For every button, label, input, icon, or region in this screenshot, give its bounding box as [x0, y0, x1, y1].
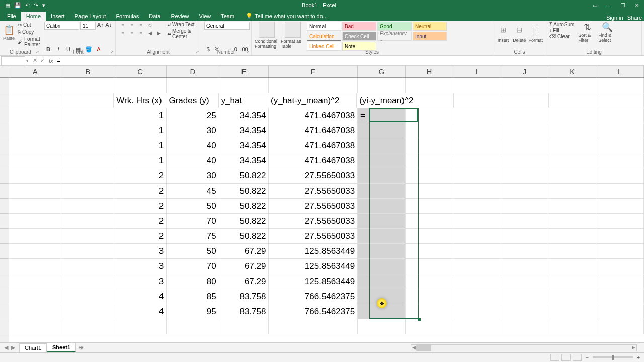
clear-button[interactable]: ⌫ Clear: [549, 34, 574, 39]
cell[interactable]: 471.6467038: [269, 123, 358, 138]
cell[interactable]: [453, 184, 501, 199]
row-header[interactable]: [0, 199, 9, 214]
cell[interactable]: 4: [114, 289, 167, 304]
style-normal[interactable]: Normal: [307, 22, 341, 31]
cell[interactable]: [358, 184, 406, 199]
align-top-icon[interactable]: ≡: [119, 22, 127, 29]
cell[interactable]: [406, 138, 453, 153]
cell[interactable]: [9, 244, 61, 259]
cell[interactable]: [61, 319, 114, 334]
cell[interactable]: 50.822: [219, 199, 269, 214]
format-painter-button[interactable]: 🖌 Format Painter: [17, 36, 41, 48]
cell[interactable]: [549, 93, 597, 108]
cell[interactable]: [501, 274, 549, 289]
cell[interactable]: [406, 93, 454, 108]
cell[interactable]: [358, 319, 406, 334]
undo-icon[interactable]: ↶: [24, 1, 31, 10]
cell[interactable]: 67.29: [219, 259, 269, 274]
cell[interactable]: [61, 289, 114, 304]
cell[interactable]: [453, 289, 501, 304]
row-header[interactable]: [0, 244, 9, 259]
format-as-table-button[interactable]: Format as Table: [281, 22, 305, 51]
fill-button[interactable]: ↓ Fill: [549, 28, 574, 33]
row-header[interactable]: [0, 229, 9, 244]
cell[interactable]: 2: [114, 168, 167, 184]
cell[interactable]: 27.55650033: [269, 199, 358, 214]
cell[interactable]: 2: [114, 184, 167, 199]
cell[interactable]: [61, 168, 114, 184]
cell[interactable]: 50: [167, 199, 219, 214]
align-center-icon[interactable]: ≡: [128, 30, 136, 37]
cell[interactable]: 4: [114, 304, 167, 319]
cancel-formula-icon[interactable]: ✕: [33, 57, 37, 64]
cell[interactable]: 50.822: [219, 214, 269, 229]
sheet-nav-next-icon[interactable]: ▶: [11, 344, 15, 351]
tab-pagelayout[interactable]: Page Layout: [70, 12, 111, 21]
cell[interactable]: [453, 259, 501, 274]
cell[interactable]: [596, 289, 644, 304]
cell[interactable]: [596, 108, 644, 123]
close-icon[interactable]: ✕: [630, 0, 644, 10]
cell[interactable]: =: [358, 108, 406, 123]
cell[interactable]: 34.354: [219, 108, 269, 123]
cell[interactable]: [548, 319, 596, 334]
cell[interactable]: [358, 199, 406, 214]
cell[interactable]: Wrk. Hrs (x): [114, 93, 166, 108]
cell[interactable]: [9, 214, 61, 229]
row-header[interactable]: [0, 78, 9, 93]
cell[interactable]: [358, 274, 406, 289]
row-header[interactable]: [0, 138, 9, 153]
cell[interactable]: [406, 78, 453, 93]
view-normal-icon[interactable]: [550, 354, 559, 361]
style-neutral[interactable]: Neutral: [413, 22, 447, 31]
cell[interactable]: [548, 199, 596, 214]
cell[interactable]: 50.822: [219, 184, 269, 199]
cell[interactable]: [596, 123, 644, 138]
row-header[interactable]: [0, 214, 9, 229]
cell[interactable]: [501, 93, 549, 108]
select-all-corner[interactable]: [0, 66, 9, 78]
cell[interactable]: [9, 319, 61, 334]
cell[interactable]: 3: [114, 259, 167, 274]
cell[interactable]: [358, 78, 406, 93]
style-good[interactable]: Good: [377, 22, 412, 31]
hscroll-thumb[interactable]: [416, 345, 431, 351]
align-right-icon[interactable]: ≡: [137, 30, 145, 37]
cell[interactable]: [406, 168, 453, 184]
cell[interactable]: [406, 274, 453, 289]
cell[interactable]: [548, 259, 596, 274]
cell[interactable]: [548, 78, 596, 93]
cell[interactable]: [453, 304, 501, 319]
cell[interactable]: [61, 93, 114, 108]
cell[interactable]: y_hat: [219, 93, 268, 108]
cell[interactable]: [453, 123, 501, 138]
cell[interactable]: [453, 274, 501, 289]
cell[interactable]: [406, 319, 453, 334]
cell[interactable]: 70: [167, 259, 219, 274]
cell[interactable]: 67.29: [219, 274, 269, 289]
cell[interactable]: [219, 78, 269, 93]
copy-button[interactable]: ⎘ Copy: [17, 29, 41, 35]
cell[interactable]: [596, 153, 644, 168]
cell[interactable]: [406, 304, 453, 319]
font-expand-icon[interactable]: ⤢: [110, 50, 114, 54]
cell[interactable]: [269, 78, 358, 93]
cell[interactable]: [358, 259, 406, 274]
cell[interactable]: [406, 123, 453, 138]
cell[interactable]: 125.8563449: [269, 274, 358, 289]
namebox-dropdown-icon[interactable]: ▾: [26, 58, 29, 63]
align-bottom-icon[interactable]: ≡: [137, 22, 145, 29]
row-header[interactable]: [0, 184, 9, 199]
cell[interactable]: [596, 274, 644, 289]
cell[interactable]: [61, 274, 114, 289]
cell[interactable]: [453, 78, 501, 93]
cell[interactable]: [358, 244, 406, 259]
share-button[interactable]: Share: [627, 15, 642, 21]
cell[interactable]: 766.5462375: [269, 289, 358, 304]
row-header[interactable]: [0, 259, 9, 274]
col-header-H[interactable]: H: [406, 66, 453, 77]
cell[interactable]: 70: [167, 214, 219, 229]
cell[interactable]: 67.29: [219, 244, 269, 259]
tab-view[interactable]: View: [194, 12, 216, 21]
cell[interactable]: 766.5462375: [269, 304, 358, 319]
